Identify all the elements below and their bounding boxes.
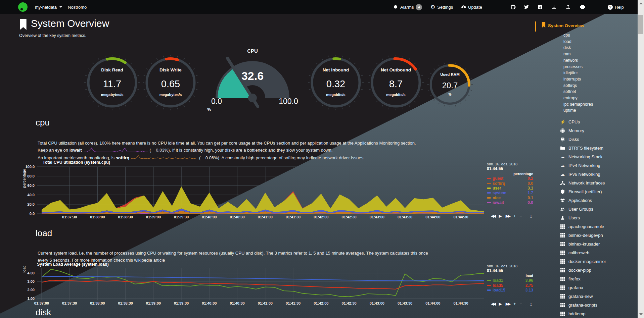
page-scrollbar[interactable] xyxy=(638,0,644,318)
legend-item-load5[interactable]: load52.75 xyxy=(487,283,533,287)
zoom-in-button[interactable]: + xyxy=(513,214,516,218)
sidebar-item-users[interactable]: Users xyxy=(560,215,580,220)
shield-icon xyxy=(560,189,565,194)
load-chart[interactable]: 1.002.003.004.0001:37:0001:37:3001:38:00… xyxy=(20,266,489,307)
gauge-disk-write[interactable]: Disk Write0.65megabytes/s xyxy=(142,54,199,111)
facebook-button[interactable] xyxy=(537,0,543,14)
sidebar-item-disks[interactable]: Disks xyxy=(560,137,579,142)
sidebar-item-label: User Groups xyxy=(568,207,593,212)
print-button[interactable] xyxy=(580,0,585,14)
sidebar-item-system-overview[interactable]: System Overview xyxy=(548,23,584,28)
sidebar-item-docker-magicmirror[interactable]: docker-magicmirror xyxy=(560,259,606,264)
sidebar-item-calibreweb[interactable]: calibreweb xyxy=(560,250,589,255)
legend-item-softirq[interactable]: softirq0.0 xyxy=(487,181,533,186)
cpu-chart[interactable]: 0.020.040.060.080.0100.001:37:3001:38:00… xyxy=(20,164,489,221)
svg-text:%: % xyxy=(207,107,211,112)
sidebar-item-firefox[interactable]: firefox xyxy=(560,276,580,281)
scrollbar-down-arrow[interactable] xyxy=(639,313,643,315)
print-icon xyxy=(580,4,585,10)
zoom-out-button[interactable]: − xyxy=(519,302,522,306)
gauge-used-ram[interactable]: Used RAM20.7% xyxy=(426,61,473,108)
sidebar-item-firewall-netfilter-[interactable]: Firewall (netfilter) xyxy=(560,189,602,194)
sidebar-item-hddtemp[interactable]: hddtemp xyxy=(560,311,586,316)
sidebar-anchor-ipc-semaphores[interactable]: ipc semaphores xyxy=(563,102,593,107)
top-navbar: my-netdata Nostromo Alarms4 ⚙Settings Up… xyxy=(0,0,638,14)
sidebar-item-label: hddtemp xyxy=(568,311,586,316)
sidebar-anchor-ram[interactable]: ram xyxy=(563,52,571,56)
sidebar-item-grafana-new[interactable]: grafana-new xyxy=(560,294,593,299)
update-button[interactable]: Update xyxy=(461,0,482,14)
gauge-disk-read[interactable]: Disk Read11.7megabytes/s xyxy=(84,54,141,111)
sidebar-item-binhex-delugevpn[interactable]: binhex-delugevpn xyxy=(560,233,603,238)
legend-item-guest[interactable]: guest0.2 xyxy=(487,176,533,181)
sidebar-anchor-entropy[interactable]: entropy xyxy=(563,96,578,100)
legend-item-user[interactable]: user3.1 xyxy=(487,186,533,191)
sidebar-item-applications[interactable]: Applications xyxy=(560,198,592,203)
cpu-chart-toolbar: ◀◀▶▶▶+− xyxy=(491,214,522,218)
sidebar-anchor-processes[interactable]: processes xyxy=(563,64,583,69)
legend-swatch xyxy=(487,202,491,203)
svg-text:80.0: 80.0 xyxy=(28,174,35,178)
svg-text:01:37:30: 01:37:30 xyxy=(62,215,77,219)
legend-item-load1[interactable]: load13.96 xyxy=(487,278,533,283)
settings-button[interactable]: ⚙Settings xyxy=(430,0,453,14)
alarms-button[interactable]: Alarms4 xyxy=(393,0,422,14)
sidebar-item-ipv4-networking[interactable]: ☁IPv4 Networking xyxy=(560,163,600,168)
sidebar-item-memory[interactable]: Memory xyxy=(560,128,584,133)
zoom-in-button[interactable]: + xyxy=(513,302,516,306)
sidebar-item-ipv6-networking[interactable]: ☁IPv6 Networking xyxy=(560,172,600,177)
zoom-out-button[interactable]: − xyxy=(519,214,522,218)
help-button[interactable]: ?Help xyxy=(608,0,624,14)
gauge-cpu[interactable]: 32.60.0100.0% xyxy=(204,53,301,118)
sidebar-anchor-softirqs[interactable]: softirqs xyxy=(563,83,577,88)
load-chart-resize-handle[interactable]: ↕ xyxy=(530,302,532,307)
legend-item-system[interactable]: system1.7 xyxy=(487,191,533,195)
svg-text:01:44:30: 01:44:30 xyxy=(454,215,468,219)
sidebar-anchor-softnet[interactable]: softnet xyxy=(563,89,576,94)
play-button[interactable]: ▶ xyxy=(499,302,502,306)
sidebar-anchor-interrupts[interactable]: interrupts xyxy=(563,77,581,82)
legend-item-iowait[interactable]: iowait0.0 xyxy=(487,200,533,205)
scrollbar-thumb[interactable] xyxy=(638,15,643,34)
sidebar-item-grafana-scripts[interactable]: grafana-scripts xyxy=(560,303,597,308)
pan-forward-button[interactable]: ▶▶ xyxy=(506,214,510,218)
sidebar-anchor-uptime[interactable]: uptime xyxy=(563,108,576,113)
svg-text:01:40:00: 01:40:00 xyxy=(202,215,217,219)
sidebar-item-cpus[interactable]: ⚡CPUs xyxy=(560,119,580,124)
import-upload-button[interactable] xyxy=(565,0,571,14)
sidebar-item-network-interfaces[interactable]: Network Interfaces xyxy=(560,180,605,186)
export-download-button[interactable] xyxy=(551,0,557,14)
sidebar-item-binhex-krusader[interactable]: binhex-krusader xyxy=(560,242,600,247)
gauge-net-outbound[interactable]: Net Outbound8.7megabits/s xyxy=(367,54,424,111)
sidebar-anchor-load[interactable]: load xyxy=(563,39,571,44)
sidebar-anchor-idlejitter[interactable]: idlejitter xyxy=(563,70,578,75)
github-button[interactable] xyxy=(510,0,516,14)
sidebar-item-docker-plpp[interactable]: docker-plpp xyxy=(560,268,591,273)
pan-forward-button[interactable]: ▶▶ xyxy=(506,302,510,306)
sidebar-item-user-groups[interactable]: User Groups xyxy=(560,207,593,212)
scrollbar-up-arrow[interactable] xyxy=(639,2,643,4)
svg-text:0.0: 0.0 xyxy=(211,97,222,106)
hostname-dropdown[interactable]: my-netdata xyxy=(35,0,62,14)
cpu-chart-resize-handle[interactable]: ↕ xyxy=(530,214,532,219)
play-button[interactable]: ▶ xyxy=(499,214,502,218)
svg-text:01:41:30: 01:41:30 xyxy=(286,215,301,219)
pan-backward-button[interactable]: ◀◀ xyxy=(491,302,495,306)
legend-series-name: load15 xyxy=(493,288,525,293)
netdata-logo-icon[interactable] xyxy=(18,2,28,12)
svg-text:megabytes/s: megabytes/s xyxy=(159,93,182,97)
pan-backward-button[interactable]: ◀◀ xyxy=(491,214,495,218)
sidebar-item-btrfs-filesystem[interactable]: BTRFS filesystem xyxy=(560,146,603,151)
sidebar-anchor-network[interactable]: network xyxy=(563,58,578,63)
gauge-net-inbound[interactable]: Net Inbound0.32megabits/s xyxy=(307,54,364,111)
legend-series-name: guest xyxy=(493,176,527,181)
twitter-button[interactable] xyxy=(524,0,529,14)
gear-icon: ⚙ xyxy=(430,4,435,10)
legend-item-load15[interactable]: load153.13 xyxy=(487,288,533,293)
sidebar-anchor-disk[interactable]: disk xyxy=(563,45,571,50)
sidebar-item-apacheguacamole[interactable]: apacheguacamole xyxy=(560,224,604,229)
sidebar-item-grafana[interactable]: grafana xyxy=(560,285,583,290)
sidebar-item-networking-stack[interactable]: ☁Networking Stack xyxy=(560,154,602,159)
legend-item-nice[interactable]: nice0.1 xyxy=(487,196,533,200)
sidebar-anchor-cpu[interactable]: cpu xyxy=(563,33,570,38)
